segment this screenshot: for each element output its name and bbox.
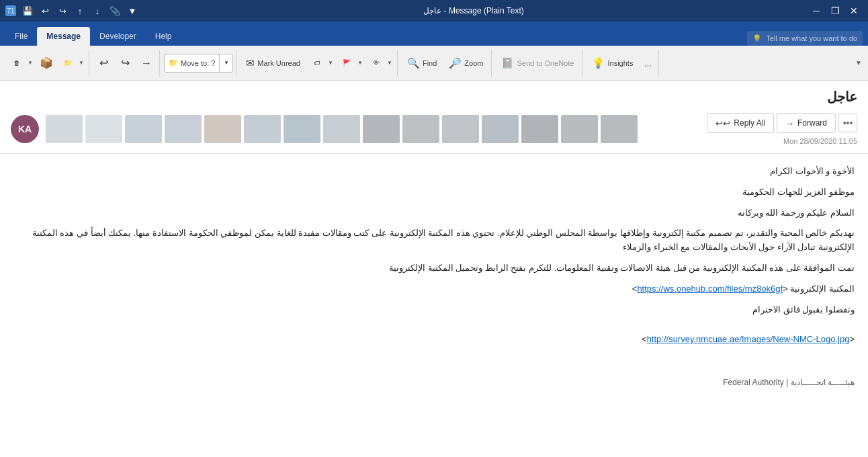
redo-icon: ↪	[121, 58, 130, 69]
insights-btn[interactable]: 💡 Insights	[587, 51, 638, 75]
image-placeholder-3	[125, 115, 162, 143]
reply-all-label: Reply All	[734, 118, 765, 128]
categorize-arrow-btn[interactable]: ▼	[327, 51, 335, 75]
view-arrow-btn[interactable]: ▼	[386, 51, 394, 75]
image-placeholder-12	[482, 115, 519, 143]
reply-more-btn[interactable]: •••	[838, 114, 857, 132]
move-to-text: 📁 Move to: ?	[165, 58, 219, 67]
reply-actions: ↩↩ Reply All → Forward •••	[707, 113, 857, 133]
undo-btn[interactable]: ↩	[93, 51, 114, 75]
down-qa-btn[interactable]: ↓	[90, 3, 105, 18]
image-placeholder-14	[561, 115, 598, 143]
toolbar-find-group: 🔍 Find 🔎 Zoom	[399, 50, 492, 77]
email-date: Mon 28/09/2020 11:05	[783, 136, 857, 145]
app-icon: 71	[5, 5, 16, 16]
reply-all-btn[interactable]: ↩↩ Reply All	[707, 113, 774, 133]
tab-help[interactable]: Help	[146, 27, 181, 46]
find-icon: 🔍	[407, 57, 420, 69]
zoom-btn[interactable]: 🔎 Zoom	[443, 51, 488, 75]
flag-main-btn[interactable]: 🚩	[337, 51, 357, 75]
restore-btn[interactable]: ❐	[826, 2, 844, 19]
undo-qa-btn[interactable]: ↩	[38, 3, 52, 18]
toolbar-onenote-group: 📓 Send to OneNote	[493, 50, 582, 77]
flag-icon: 🚩	[343, 59, 351, 67]
move-to-btn[interactable]: 📁 Move to: ? ▼	[164, 54, 233, 73]
content-area: عاجل KA	[0, 81, 868, 457]
body-line-2: موظفو العزيز للجهات الحكومية	[13, 185, 855, 200]
up-qa-btn[interactable]: ↑	[73, 3, 87, 18]
image-placeholder-5	[204, 115, 241, 143]
moveto-folder-icon: 📁	[169, 58, 178, 67]
onehub-link[interactable]: https://ws.onehub.com/files/mz8ok6gf	[637, 284, 783, 294]
sender-row: KA	[11, 110, 857, 148]
toolbar-mark-group: ✉ Mark Unread 🏷 ▼ 🚩 ▼ 👁 ▼	[238, 50, 398, 77]
email-signature: هيئـــــة اتحـــــادية | Federal Authori…	[13, 376, 855, 389]
body-line-1: الأخوة و الأخوات الكرام	[13, 165, 855, 179]
title-bar-left: 71 💾 ↩ ↪ ↑ ↓ 📎 ▼	[5, 3, 140, 18]
find-label: Find	[423, 59, 437, 67]
dropdown-qa-btn[interactable]: ▼	[125, 3, 140, 18]
minimize-btn[interactable]: ─	[808, 2, 825, 19]
lightbulb-icon: 💡	[752, 34, 762, 43]
tab-developer[interactable]: Developer	[90, 27, 146, 46]
find-btn[interactable]: 🔍 Find	[402, 51, 442, 75]
forward-btn[interactable]: → Forward	[777, 113, 836, 133]
move-main-btn[interactable]: 📁	[58, 51, 78, 75]
body-line-3: السلام عليكم ورحمة الله وبركاته	[13, 206, 855, 220]
redo-qa-btn[interactable]: ↪	[55, 3, 70, 18]
flag-split-btn: 🚩 ▼	[337, 51, 365, 75]
categorize-split-btn: 🏷 ▼	[307, 51, 335, 75]
delete-arrow-btn[interactable]: ▼	[27, 51, 35, 75]
toolbar-delete-group: 🗑 ▼ 📦 📁 ▼	[4, 50, 89, 77]
message-header: عاجل KA	[0, 81, 868, 154]
view-main-btn[interactable]: 👁	[366, 51, 386, 75]
move-split-btn: 📁 ▼	[58, 51, 86, 75]
forward-nav-btn[interactable]: →	[136, 51, 157, 75]
body-line-5: تمت الموافقة على هذه المكتبة الإلكترونية…	[13, 261, 855, 276]
image-placeholder-4	[165, 115, 202, 143]
categorize-icon: 🏷	[314, 59, 320, 67]
delete-icon: 🗑	[13, 59, 20, 67]
send-onenote-btn[interactable]: 📓 Send to OneNote	[496, 51, 579, 75]
email-subject: عاجل	[11, 89, 857, 105]
mark-unread-btn[interactable]: ✉ Mark Unread	[241, 51, 306, 75]
attach-qa-btn[interactable]: 📎	[107, 3, 122, 18]
undo-icon: ↩	[99, 58, 108, 69]
toolbar-scroll-down[interactable]: ▼	[853, 53, 864, 73]
redo-btn[interactable]: ↪	[115, 51, 135, 75]
body-line-link1: المكتبة الإلكترونية <https://ws.onehub.c…	[13, 282, 855, 296]
zoom-label: Zoom	[464, 59, 483, 67]
image-placeholder-8	[323, 115, 360, 143]
archive-btn[interactable]: 📦	[36, 51, 56, 75]
close-btn[interactable]: ✕	[845, 2, 863, 19]
delete-split-btn: 🗑 ▼	[7, 51, 35, 75]
move-arrow-btn[interactable]: ▼	[78, 51, 86, 75]
move-icon: 📁	[64, 59, 72, 67]
move-to-label: Move to: ?	[181, 59, 215, 67]
image-placeholder-10	[402, 115, 439, 143]
flag-arrow-btn[interactable]: ▼	[357, 51, 365, 75]
survey-link[interactable]: http://survey.nmcuae.ae/Images/New-NMC-L…	[647, 334, 850, 344]
delete-main-btn[interactable]: 🗑	[7, 51, 27, 75]
image-placeholder-15	[601, 115, 638, 143]
categorize-main-btn[interactable]: 🏷	[307, 51, 327, 75]
body-line-6: وتفضلوا بقبول فائق الاحترام	[13, 303, 855, 317]
toolbar-undo-group: ↩ ↪ →	[91, 50, 160, 77]
image-placeholder-2	[85, 115, 122, 143]
move-to-arrow[interactable]: ▼	[219, 54, 232, 72]
save-qa-btn[interactable]: 💾	[20, 3, 35, 18]
tab-message[interactable]: Message	[37, 27, 90, 46]
tab-file[interactable]: File	[5, 27, 37, 46]
title-bar: 71 💾 ↩ ↪ ↑ ↓ 📎 ▼ عاجل - Message (Plain T…	[0, 0, 868, 22]
ribbon-search-box[interactable]: 💡 Tell me what you want to do	[747, 31, 863, 46]
image-placeholder-6	[244, 115, 281, 143]
image-placeholder-1	[46, 115, 83, 143]
mark-unread-icon: ✉	[246, 57, 255, 69]
zoom-icon: 🔎	[449, 57, 462, 69]
image-placeholder-11	[442, 115, 479, 143]
forward-nav-icon: →	[141, 58, 152, 69]
ribbon-search-text: Tell me what you want to do	[766, 34, 857, 42]
toolbar-overflow-btn[interactable]: ...	[640, 56, 656, 70]
forward-label: Forward	[797, 118, 827, 128]
mark-unread-label: Mark Unread	[257, 59, 300, 67]
